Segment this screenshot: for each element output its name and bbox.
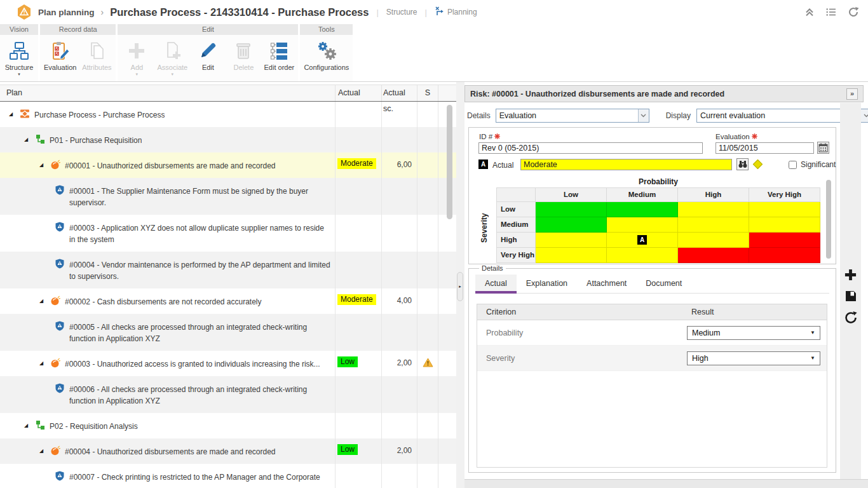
tree-expand-arrow[interactable]: ◢	[24, 135, 35, 142]
tree-expand-arrow[interactable]: ◢	[39, 446, 50, 454]
calendar-button[interactable]	[817, 142, 829, 154]
risk-icon	[50, 295, 60, 306]
severity-select[interactable]: High▼	[687, 351, 820, 365]
cell-actual	[335, 413, 381, 438]
splitter-handle[interactable]: ▸	[457, 272, 463, 301]
ribbon-toolbar: VisionStructure▾Record dataEvaluationAtt…	[0, 24, 868, 82]
tree-row[interactable]: #00004 - Vendor maintenance is performed…	[0, 252, 456, 288]
matrix-cell[interactable]	[678, 233, 749, 248]
refresh-button[interactable]	[848, 6, 859, 18]
tree-row[interactable]: ◢P02 - Requisition Analysis	[0, 413, 456, 438]
matrix-row-label: Low	[496, 202, 536, 217]
tree-row[interactable]: ◢#00004 - Unauthorized disbursements are…	[0, 438, 456, 464]
matrix-row-label: Medium	[496, 217, 536, 233]
tree-expand-arrow[interactable]: ◢	[39, 160, 50, 168]
matrix-corner-cell	[496, 187, 536, 202]
tree-expand-arrow[interactable]: ◢	[39, 296, 50, 304]
tree-row[interactable]: #00005 - All checks are processed throug…	[0, 314, 456, 351]
cell-actual-score	[381, 413, 417, 438]
column-header-actual: Actual	[335, 85, 381, 101]
matrix-row-label: Very High	[496, 248, 536, 263]
risk-panel-header: Risk: #00001 - Unauthorized disbursement…	[465, 85, 864, 102]
collapse-ribbon-button[interactable]	[804, 7, 815, 17]
cell-status	[417, 314, 438, 351]
tree-row[interactable]: ◢#00002 - Cash disbursements are not rec…	[0, 288, 456, 314]
tab-actual[interactable]: Actual	[475, 274, 517, 293]
tree-row[interactable]: #00001 - The Supplier Maintenance Form m…	[0, 178, 456, 215]
matrix-cell[interactable]	[749, 233, 820, 248]
evaluation-date-input[interactable]	[715, 142, 814, 154]
matrix-cell[interactable]	[678, 217, 749, 233]
matrix-cell[interactable]	[749, 248, 820, 263]
add-evaluation-button[interactable]	[844, 268, 857, 281]
cell-actual-score: 2,00	[381, 438, 417, 464]
tree-row[interactable]: ◢P01 - Purchase Requisition	[0, 127, 456, 152]
search-rating-button[interactable]	[736, 158, 749, 170]
tree-item-label: #00001 - The Supplier Maintenance Form m…	[69, 186, 331, 208]
matrix-cell[interactable]	[607, 217, 678, 233]
matrix-cell[interactable]	[678, 248, 749, 263]
tree-row[interactable]: #00006 - All checks are processed throug…	[0, 376, 456, 413]
nav-planning[interactable]: Planning	[435, 6, 477, 18]
ribbon-button-associate: Associate▾	[154, 39, 190, 76]
control-icon	[55, 185, 65, 195]
ribbon-button-structure[interactable]: Structure▾	[1, 39, 37, 76]
significant-checkbox[interactable]	[789, 161, 797, 169]
binoculars-icon	[738, 160, 747, 168]
tree-scrollbar[interactable]	[447, 105, 452, 219]
cell-actual-score	[381, 252, 417, 288]
cell-status	[417, 102, 438, 127]
save-button[interactable]	[844, 290, 857, 302]
actual-rating-input[interactable]	[520, 159, 732, 170]
nav-structure[interactable]: Structure	[386, 8, 417, 17]
planning-icon	[435, 6, 444, 16]
tree-expand-arrow[interactable]: ◢	[39, 358, 50, 366]
ribbon-button-evaluation[interactable]: Evaluation	[41, 39, 79, 71]
tab-explanation[interactable]: Explanation	[517, 274, 577, 293]
add-evaluation-icon	[844, 268, 857, 281]
tree-item-label: #00004 - Vendor maintenance is performed…	[69, 259, 331, 282]
required-marker	[494, 133, 500, 140]
ribbon-button-edit-order[interactable]: Edit order	[261, 39, 297, 71]
cell-actual-score	[381, 102, 417, 127]
matrix-scrollbar[interactable]	[826, 180, 831, 259]
matrix-cell[interactable]	[678, 202, 749, 217]
risk-icon	[50, 445, 60, 456]
app-label: Plan planning	[38, 8, 95, 17]
planning-icon-wrap	[435, 6, 444, 18]
cell-actual	[335, 376, 381, 413]
structure-icon	[9, 41, 29, 61]
tree-expand-arrow[interactable]: ◢	[24, 421, 35, 428]
matrix-cell[interactable]	[536, 217, 607, 233]
process-icon	[20, 109, 30, 119]
panel-expand-button[interactable]: »	[846, 88, 858, 100]
tree-header: Plan Actual Actual sc. S	[0, 85, 456, 102]
matrix-cell[interactable]: A	[607, 233, 678, 248]
tree-row[interactable]: ◢#00003 - Unauthorized access is granted…	[0, 351, 456, 376]
tree-row[interactable]: #00003 - Application XYZ does not allow …	[0, 215, 456, 252]
tree-expand-arrow[interactable]: ◢	[9, 109, 20, 117]
matrix-cell[interactable]	[749, 202, 820, 217]
matrix-cell[interactable]	[536, 233, 607, 248]
id-input[interactable]	[478, 142, 703, 154]
matrix-cell[interactable]	[536, 248, 607, 263]
matrix-cell[interactable]	[607, 202, 678, 217]
cell-status	[417, 413, 438, 438]
tree-item-label: #00005 - All checks are processed throug…	[69, 322, 331, 344]
chevron-down-icon	[860, 109, 868, 122]
menu-list-button[interactable]	[826, 8, 836, 17]
ribbon-button-configurations[interactable]: Configurations	[301, 39, 351, 71]
probability-select[interactable]: Medium▼	[687, 326, 820, 340]
tree-row[interactable]: #00007 - Check printing is restricted to…	[0, 464, 456, 488]
reload-button[interactable]	[844, 311, 858, 325]
actual-rating-chip: Low	[337, 356, 358, 367]
tree-row[interactable]: ◢#00001 - Unauthorized disbursements are…	[0, 152, 456, 178]
tab-attachment[interactable]: Attachment	[577, 274, 636, 293]
tree-row[interactable]: ◢Purchase Process - Purchase Process	[0, 102, 456, 127]
matrix-cell[interactable]	[749, 217, 820, 233]
ribbon-button-edit[interactable]: Edit	[190, 39, 226, 71]
tab-document[interactable]: Document	[636, 274, 691, 293]
matrix-cell[interactable]	[607, 248, 678, 263]
details-select[interactable]: Evaluation	[496, 109, 649, 123]
matrix-cell[interactable]	[536, 202, 607, 217]
